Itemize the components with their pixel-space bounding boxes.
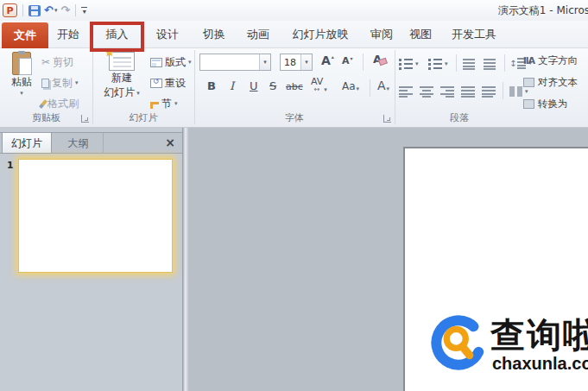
- section-label: 节: [161, 97, 172, 111]
- character-spacing-button[interactable]: AV ↔ ▾: [311, 78, 327, 93]
- title-bar: P ↶ ▾ ↷ ▾ 演示文稿1 - Micros: [0, 0, 588, 21]
- up-arrow-icon: ▴: [332, 54, 334, 60]
- distribute-button[interactable]: [482, 83, 496, 100]
- window-title: 演示文稿1 - Micros: [498, 3, 588, 18]
- tab-insert[interactable]: 插入: [90, 21, 144, 48]
- paste-button[interactable]: 粘贴 ▾: [5, 52, 38, 97]
- shadow-s-icon: S: [269, 79, 276, 92]
- separator: [504, 54, 505, 72]
- new-slide-label-line2: 幻灯片: [104, 85, 135, 100]
- tab-view[interactable]: 视图: [402, 21, 439, 48]
- separator: [363, 54, 364, 71]
- align-right-button[interactable]: [440, 83, 454, 100]
- clipboard-dialog-launcher-icon[interactable]: [81, 115, 89, 123]
- increase-indent-button[interactable]: [484, 55, 496, 73]
- new-slide-icon: ★: [109, 52, 135, 71]
- font-size-value: 18: [281, 57, 300, 68]
- grow-font-icon: A: [321, 54, 331, 67]
- tab-file[interactable]: 文件: [2, 22, 48, 48]
- clear-formatting-button[interactable]: A: [373, 53, 382, 66]
- align-center-icon: [420, 86, 433, 98]
- bullet-list-icon: [399, 59, 413, 70]
- clear-formatting-icon: A: [373, 53, 382, 66]
- font-color-button[interactable]: A ▾: [377, 79, 389, 92]
- font-size-combobox[interactable]: 18 ▾: [280, 54, 313, 71]
- copy-button[interactable]: 复制 ▾: [41, 74, 79, 91]
- convert-smartart-icon: [523, 99, 534, 109]
- chaxunla-logo-icon: [430, 314, 487, 371]
- increase-indent-icon: [484, 59, 496, 70]
- cut-button[interactable]: ✂ 剪切: [41, 54, 73, 71]
- panel-tab-bar: 幻灯片 大纲 ×: [0, 132, 182, 154]
- italic-icon: I: [230, 79, 234, 92]
- undo-button[interactable]: ↶ ▾: [44, 4, 57, 16]
- clipboard-group-label: 剪贴板: [0, 111, 92, 124]
- format-painter-button[interactable]: 格式刷: [41, 95, 79, 112]
- text-direction-icon: llA: [523, 55, 534, 66]
- font-color-icon: A: [377, 79, 386, 92]
- panel-close-icon[interactable]: ×: [165, 136, 175, 149]
- save-button[interactable]: [28, 5, 41, 16]
- font-name-combobox[interactable]: ▾: [199, 54, 271, 71]
- slide-number: 1: [7, 160, 14, 171]
- watermark-domain-text: chaxunla.com: [492, 354, 588, 374]
- scissors-icon: ✂: [41, 56, 50, 68]
- bold-button[interactable]: B: [207, 79, 216, 92]
- customize-quick-access-button[interactable]: ▾: [81, 7, 87, 14]
- new-slide-dropdown-icon[interactable]: ▾: [136, 90, 140, 97]
- underline-button[interactable]: U: [250, 79, 258, 92]
- change-case-dropdown-icon: ▾: [357, 85, 360, 92]
- font-group-label: 字体: [194, 111, 395, 124]
- font-color-dropdown-icon[interactable]: ▾: [387, 85, 390, 92]
- panel-tab-outline[interactable]: 大纲: [54, 133, 104, 154]
- bullets-button[interactable]: ▾: [399, 55, 419, 73]
- underline-icon: U: [250, 79, 258, 92]
- font-size-dropdown-icon[interactable]: ▾: [300, 54, 312, 70]
- layout-button[interactable]: 版式 ▾: [150, 54, 192, 71]
- reset-button[interactable]: 重设: [150, 74, 186, 91]
- font-dialog-launcher-icon[interactable]: [383, 115, 391, 123]
- align-center-button[interactable]: [420, 83, 433, 100]
- new-slide-button[interactable]: ★ 新建 幻灯片 ▾: [97, 52, 147, 100]
- paste-dropdown-icon[interactable]: ▾: [20, 90, 23, 97]
- decrease-indent-button[interactable]: [463, 55, 475, 73]
- tab-design[interactable]: 设计: [147, 21, 188, 48]
- bold-icon: B: [207, 79, 216, 92]
- section-dropdown-icon: ▾: [174, 100, 178, 107]
- font-name-dropdown-icon[interactable]: ▾: [259, 54, 270, 70]
- align-left-button[interactable]: [399, 83, 413, 100]
- new-slide-label-line1: 新建: [111, 71, 132, 85]
- convert-to-smartart-button[interactable]: 转换为: [523, 96, 588, 111]
- panel-splitter[interactable]: [182, 128, 188, 391]
- columns-icon: [509, 86, 522, 97]
- powerpoint-app-icon[interactable]: P: [3, 3, 17, 17]
- copy-label: 复制: [52, 76, 73, 91]
- shrink-font-button[interactable]: A ▾: [342, 55, 353, 66]
- tab-review[interactable]: 审阅: [363, 21, 401, 48]
- tab-animations[interactable]: 动画: [238, 21, 278, 48]
- redo-button[interactable]: ↷: [60, 4, 70, 16]
- align-text-label: 对齐文本: [538, 76, 578, 89]
- tab-transitions[interactable]: 切换: [193, 21, 235, 48]
- undo-dropdown-icon[interactable]: ▾: [54, 4, 58, 16]
- tab-slideshow[interactable]: 幻灯片放映: [281, 21, 359, 48]
- text-shadow-button[interactable]: S: [269, 79, 276, 92]
- change-case-button[interactable]: Aa ▾: [342, 80, 359, 92]
- strikethrough-button[interactable]: abc: [286, 81, 303, 92]
- section-button[interactable]: 节 ▾: [150, 95, 178, 112]
- panel-tab-slides[interactable]: 幻灯片: [2, 133, 52, 154]
- separator: [456, 54, 457, 72]
- justify-button[interactable]: [461, 83, 475, 100]
- slide-thumbnail[interactable]: [18, 159, 173, 273]
- grow-font-button[interactable]: A ▴: [321, 54, 334, 67]
- slide-editing-area: 查询啦 chaxunla.com: [188, 128, 588, 391]
- format-painter-label: 格式刷: [47, 97, 79, 111]
- italic-button[interactable]: I: [230, 79, 234, 92]
- numbering-button[interactable]: ▾: [428, 55, 448, 73]
- tab-home[interactable]: 开始: [48, 21, 88, 48]
- numbering-dropdown-icon: ▾: [445, 60, 448, 67]
- tab-developer[interactable]: 开发工具: [440, 21, 508, 48]
- text-direction-button[interactable]: llA 文字方向: [523, 53, 588, 68]
- watermark: 查询啦 chaxunla.com: [430, 314, 588, 374]
- align-text-button[interactable]: 对齐文本: [523, 74, 588, 90]
